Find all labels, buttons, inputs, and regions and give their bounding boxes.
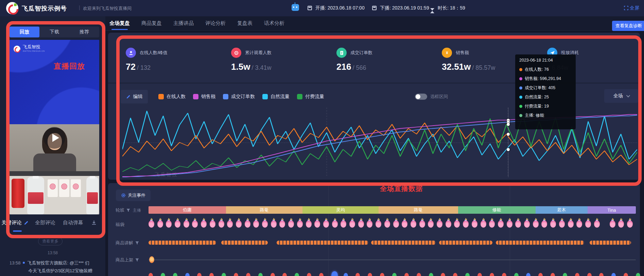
- luckybag-icon[interactable]: [341, 221, 346, 228]
- event-pin[interactable]: [185, 273, 190, 276]
- main-tab-主播讲品[interactable]: 主播讲品: [173, 16, 194, 31]
- luckybag-icon[interactable]: [219, 221, 224, 228]
- legend-付费流量[interactable]: 付费流量: [297, 94, 324, 100]
- luckybag-icon[interactable]: [515, 221, 521, 228]
- explain-segment[interactable]: [371, 241, 435, 245]
- main-tab-商品复盘[interactable]: 商品复盘: [141, 16, 162, 31]
- robot-icon[interactable]: [292, 4, 299, 11]
- luckybag-icon[interactable]: [594, 221, 600, 228]
- luckybag-icon[interactable]: [524, 221, 530, 228]
- legend-成交订单数[interactable]: 成交订单数: [223, 94, 255, 100]
- explain-segment[interactable]: [590, 241, 631, 245]
- luckybag-icon[interactable]: [306, 221, 312, 228]
- event-pin[interactable]: [477, 273, 482, 276]
- event-pin[interactable]: [161, 273, 165, 276]
- main-tab-复盘表[interactable]: 复盘表: [237, 16, 253, 31]
- event-pin[interactable]: [636, 273, 640, 276]
- luckybag-icon[interactable]: [384, 221, 390, 228]
- main-tab-话术分析[interactable]: 话术分析: [264, 16, 284, 31]
- event-pin[interactable]: [149, 273, 153, 276]
- host-segment-路曼[interactable]: 路曼: [226, 206, 302, 214]
- luckybag-icon[interactable]: [157, 221, 163, 228]
- luckybag-icon[interactable]: [358, 221, 364, 228]
- view-more-button[interactable]: 查看更多: [38, 237, 63, 245]
- event-pin[interactable]: [502, 273, 506, 276]
- luckybag-icon[interactable]: [210, 221, 215, 228]
- luckybag-icon[interactable]: [533, 221, 539, 228]
- luckybag-icon[interactable]: [618, 221, 624, 228]
- event-pin[interactable]: [417, 273, 421, 276]
- luckybag-icon[interactable]: [376, 221, 381, 228]
- explain-segment[interactable]: [439, 241, 493, 245]
- luckybag-icon[interactable]: [559, 221, 565, 228]
- luckybag-icon[interactable]: [288, 221, 294, 228]
- event-pin[interactable]: [429, 273, 433, 276]
- event-pin[interactable]: [344, 273, 348, 276]
- luckybag-icon[interactable]: [149, 221, 154, 228]
- event-pin[interactable]: [611, 273, 616, 276]
- host-segment-路曼[interactable]: 路曼: [379, 206, 458, 214]
- luckybag-icon[interactable]: [323, 221, 329, 228]
- explain-segment[interactable]: [496, 241, 584, 245]
- event-pin[interactable]: [538, 273, 543, 276]
- luckybag-icon[interactable]: [428, 221, 434, 228]
- filter-icon[interactable]: [135, 241, 139, 245]
- luckybag-icon[interactable]: [541, 221, 547, 228]
- host-segment-伯庸[interactable]: 伯庸: [149, 206, 226, 214]
- event-pin[interactable]: [173, 273, 177, 276]
- event-pin[interactable]: [307, 273, 311, 276]
- event-pin[interactable]: [526, 273, 530, 276]
- range-select[interactable]: 全场: [604, 89, 638, 103]
- legend-自然流量[interactable]: 自然流量: [262, 94, 290, 100]
- luckybag-icon[interactable]: [393, 221, 399, 228]
- event-pin[interactable]: [234, 273, 238, 276]
- explain-segment[interactable]: [221, 241, 268, 245]
- luckybag-icon[interactable]: [446, 221, 451, 228]
- shelf-marker[interactable]: [149, 256, 154, 263]
- edit-button[interactable]: 编辑: [121, 90, 148, 103]
- event-pin[interactable]: [563, 273, 567, 276]
- event-pin[interactable]: [209, 273, 214, 276]
- luckybag-icon[interactable]: [419, 221, 425, 228]
- host-segment-Tina[interactable]: Tina: [588, 206, 636, 214]
- pencil-icon[interactable]: [24, 220, 29, 225]
- luckybag-icon[interactable]: [472, 221, 477, 228]
- legend-销售额[interactable]: 销售额: [193, 94, 215, 100]
- event-pin[interactable]: [368, 273, 372, 276]
- event-pin[interactable]: [355, 273, 360, 276]
- fullscreen-button[interactable]: 全屏: [624, 5, 639, 11]
- event-pin[interactable]: [587, 273, 592, 276]
- filter-icon[interactable]: [126, 209, 130, 212]
- luckybag-icon[interactable]: [297, 221, 303, 228]
- main-tab-全场复盘[interactable]: 全场复盘: [109, 16, 130, 31]
- luckybag-icon[interactable]: [314, 221, 320, 228]
- luckybag-icon[interactable]: [279, 221, 285, 228]
- event-pin[interactable]: [441, 273, 445, 276]
- luckybag-icon[interactable]: [367, 221, 372, 228]
- comment-tab-关键评论[interactable]: 关键评论: [1, 220, 22, 226]
- explain-segment[interactable]: [277, 241, 368, 245]
- explain-segment[interactable]: [149, 241, 216, 245]
- luckybag-icon[interactable]: [481, 221, 486, 228]
- range-toggle[interactable]: [415, 94, 427, 100]
- event-pin[interactable]: [490, 273, 494, 276]
- player-tab-下载[interactable]: 下载: [39, 27, 69, 37]
- luckybag-icon[interactable]: [463, 221, 469, 228]
- luckybag-icon[interactable]: [498, 221, 504, 228]
- player-tab-回放[interactable]: 回放: [10, 27, 39, 37]
- event-pin[interactable]: [514, 273, 519, 276]
- luckybag-icon[interactable]: [489, 221, 495, 228]
- host-segment-修能[interactable]: 修能: [458, 206, 536, 214]
- download-icon[interactable]: [91, 220, 97, 225]
- event-pin[interactable]: [295, 273, 299, 276]
- event-pin[interactable]: [282, 273, 287, 276]
- event-pin[interactable]: [599, 273, 604, 276]
- host-segment-灵均[interactable]: 灵均: [302, 206, 379, 214]
- event-pin[interactable]: [392, 273, 397, 276]
- luckybag-icon[interactable]: [192, 221, 198, 228]
- luckybag-icon[interactable]: [411, 221, 416, 228]
- comment-item[interactable]: 13:58飞瓜智投官方旗舰店: @三*** 们 今天飞瓜倍护2/3区间12宝物装…: [10, 259, 105, 275]
- luckybag-icon[interactable]: [253, 221, 259, 228]
- luckybag-icon[interactable]: [271, 221, 277, 228]
- comment-tab-全部评论[interactable]: 全部评论: [35, 220, 55, 226]
